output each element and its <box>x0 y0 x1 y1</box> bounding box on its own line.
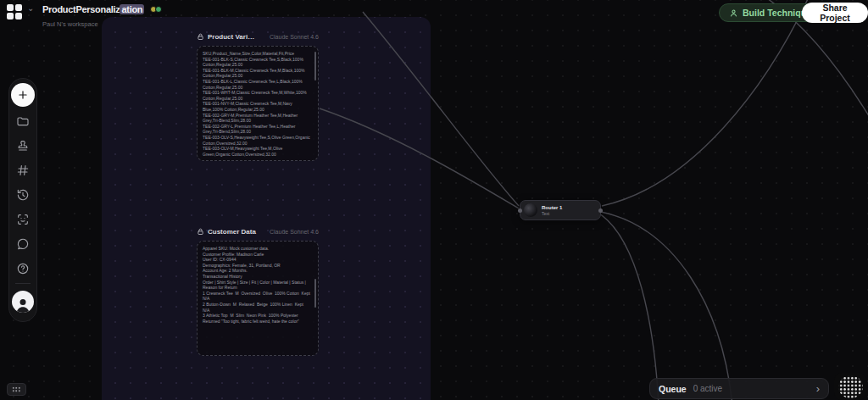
node-router[interactable]: Router 1 Text <box>520 200 601 220</box>
queue-status: 0 active <box>693 384 722 393</box>
edge-router-to-topright <box>602 0 812 206</box>
edge-router-to-bottom-a <box>599 214 659 400</box>
grid-snap-button[interactable] <box>7 383 26 396</box>
toolbar-divider <box>15 283 31 284</box>
avatar[interactable] <box>12 291 34 313</box>
hash-icon[interactable] <box>16 164 30 177</box>
node-title[interactable]: Customer Data <box>208 228 256 236</box>
lock-icon <box>197 33 204 41</box>
project-title[interactable]: ProductPersonalization <box>42 4 144 14</box>
grid-dots-icon <box>12 386 21 393</box>
node-thumbnail <box>524 203 537 217</box>
chat-icon[interactable] <box>16 237 30 251</box>
node-title: Router 1 <box>542 205 562 211</box>
help-icon[interactable] <box>16 262 30 275</box>
collab-text-selection: ation <box>120 4 144 14</box>
queue-bar[interactable]: Queue 0 active › <box>649 378 829 399</box>
scan-face-icon[interactable] <box>16 213 30 226</box>
edge-top-to-router <box>363 12 519 206</box>
collaborator-dot <box>155 6 162 13</box>
collaborator-presence <box>150 6 162 13</box>
output-port[interactable] <box>598 208 603 213</box>
node-header-product-variants[interactable]: Product Vari… Claude Sonnet 4.6 <box>197 31 319 42</box>
node-header-customer-data[interactable]: Customer Data Claude Sonnet 4.6 <box>197 225 319 237</box>
scrollbar-thumb[interactable] <box>314 279 316 308</box>
node-model-label[interactable]: Claude Sonnet 4.6 <box>270 229 319 235</box>
stamp-icon[interactable] <box>16 139 30 153</box>
toolbar <box>8 78 37 322</box>
node-title[interactable]: Product Vari… <box>208 33 254 41</box>
chevron-down-icon[interactable]: ⌄ <box>27 3 34 13</box>
folder-icon[interactable] <box>16 114 30 128</box>
app-logo[interactable] <box>7 4 24 19</box>
add-node-button[interactable] <box>11 83 35 107</box>
queue-label: Queue <box>659 384 687 394</box>
node-subtitle: Text <box>542 211 562 216</box>
lock-icon <box>197 228 204 236</box>
connection-edges <box>0 0 868 400</box>
edge-router-to-bottom-b <box>601 212 732 400</box>
canvas[interactable]: Product Vari… Claude Sonnet 4.6 SKU,Prod… <box>0 0 868 400</box>
workspace-label: Paul N's workspace <box>42 20 98 28</box>
history-icon[interactable] <box>16 188 30 202</box>
halftone-icon <box>838 375 863 398</box>
chevron-right-icon[interactable]: › <box>816 383 820 394</box>
plus-icon <box>17 89 29 101</box>
scrollbar-thumb[interactable] <box>314 52 316 81</box>
node-card-product-variants[interactable]: SKU,Product_Name,Size,Color,Material,Fit… <box>197 46 319 161</box>
person-icon <box>729 8 738 18</box>
input-port[interactable] <box>518 208 522 213</box>
share-project-button[interactable]: Share Project <box>802 3 868 23</box>
node-card-customer-data[interactable]: Apparel SKU: Mock customer data. Custome… <box>197 241 319 356</box>
node-body-text[interactable]: SKU,Product_Name,Size,Color,Material,Fit… <box>203 51 311 157</box>
edge-product-to-router <box>320 108 519 208</box>
pattern-toggle-button[interactable] <box>834 373 866 400</box>
node-body-text[interactable]: Apparel SKU: Mock customer data. Custome… <box>203 246 311 324</box>
node-model-label[interactable]: Claude Sonnet 4.6 <box>270 34 319 40</box>
